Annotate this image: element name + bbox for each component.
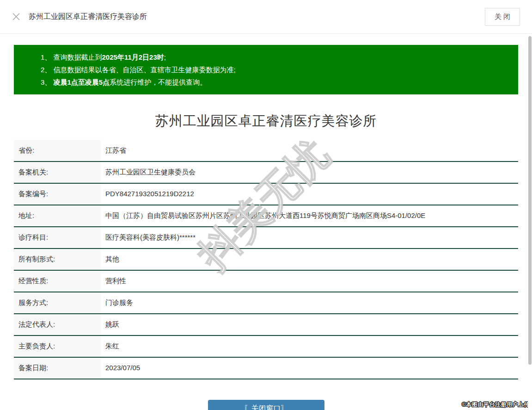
row-value: 中国（江苏）自由贸易试验区苏州片区苏州工业园区苏州大道西119号苏悦商贸广场南区… [101, 205, 518, 226]
scrollbar-thumb[interactable] [528, 36, 532, 365]
row-label: 主要负责人: [14, 336, 101, 357]
table-row: 服务方式:门诊服务 [14, 292, 518, 314]
row-label: 省份: [14, 140, 101, 161]
row-label: 诊疗科目: [14, 227, 101, 248]
table-row: 所有制形式:其他 [14, 249, 518, 271]
table-row: 备案编号:PDY84271932051219D2212 [14, 184, 518, 205]
close-x-icon[interactable] [12, 12, 20, 21]
window-title: 苏州工业园区卓正睿清医疗美容诊所 [29, 12, 147, 22]
upload-credit-text: ©本图由平台注册用户上传 [462, 401, 530, 409]
notice-line: 3、 凌晨1点至凌晨5点系统进行维护，不能提供查询。 [41, 76, 509, 88]
close-button[interactable]: 关 闭 [485, 8, 520, 26]
top-bar: 苏州工业园区卓正睿清医疗美容诊所 关 闭 [0, 0, 532, 34]
row-label: 所有制形式: [14, 249, 101, 270]
row-value: 2023/07/05 [101, 358, 518, 379]
row-label: 备案日期: [14, 358, 101, 379]
record-page: 苏州工业园区卓正睿清医疗美容诊所 关 闭 1、 查询数据截止到2025年11月2… [0, 0, 532, 410]
table-row: 备案机关:苏州工业园区卫生健康委员会 [14, 162, 518, 184]
close-window-button[interactable]: 〖关闭窗口〗 [208, 400, 324, 410]
row-label: 法定代表人: [14, 314, 101, 335]
row-value: 朱红 [101, 336, 518, 357]
table-row: 备案日期:2023/07/05 [14, 358, 518, 379]
button-row: 〖关闭窗口〗 [0, 400, 532, 410]
row-value: 姚跃 [101, 314, 518, 335]
notice-line: 2、 信息数据结果以各省、自治区、直辖市卫生健康委数据为准; [41, 63, 509, 76]
row-value: 苏州工业园区卫生健康委员会 [101, 162, 518, 183]
row-value: 医疗美容科(美容皮肤科)****** [101, 227, 518, 248]
row-label: 地址: [14, 205, 101, 226]
row-value: 营利性 [101, 271, 518, 292]
row-value: PDY84271932051219D2212 [101, 184, 518, 205]
table-row: 法定代表人:姚跃 [14, 314, 518, 336]
table-row: 省份:江苏省 [14, 140, 518, 162]
row-label: 备案机关: [14, 162, 101, 183]
row-label: 备案编号: [14, 184, 101, 205]
notice-line: 1、 查询数据截止到2025年11月2日23时; [41, 51, 509, 63]
table-row: 地址:中国（江苏）自由贸易试验区苏州片区苏州工业园区苏州大道西119号苏悦商贸广… [14, 205, 518, 227]
row-value: 门诊服务 [101, 292, 518, 313]
row-label: 服务方式: [14, 292, 101, 313]
table-row: 诊疗科目:医疗美容科(美容皮肤科)****** [14, 227, 518, 249]
page-title: 苏州工业园区卓正睿清医疗美容诊所 [0, 112, 532, 130]
info-table: 省份:江苏省备案机关:苏州工业园区卫生健康委员会备案编号:PDY84271932… [14, 140, 518, 379]
row-label: 经营性质: [14, 271, 101, 292]
notice-banner: 1、 查询数据截止到2025年11月2日23时;2、 信息数据结果以各省、自治区… [14, 45, 518, 94]
table-row: 主要负责人:朱红 [14, 336, 518, 358]
row-value: 江苏省 [101, 140, 518, 161]
table-row: 经营性质:营利性 [14, 271, 518, 292]
scrollbar-track [528, 34, 532, 410]
row-value: 其他 [101, 249, 518, 270]
